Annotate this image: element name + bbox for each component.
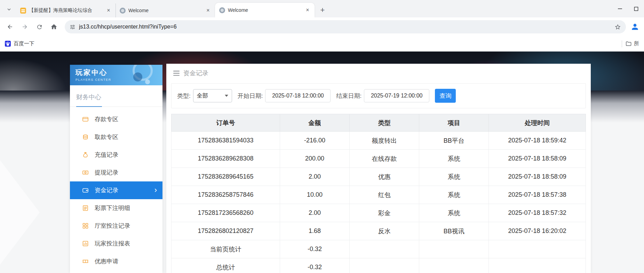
minimize-button[interactable] [613, 3, 627, 15]
lottery-list-icon [82, 205, 89, 212]
main-panel: 资金记录 类型: 全部 开始日期: 结束日期: 查询 订单号金额类型项目处理时间… [166, 64, 591, 273]
type-select-value: 全部 [197, 92, 208, 100]
browser-tab[interactable]: Welcome× [215, 3, 315, 17]
table-cell: 2.00 [280, 168, 350, 186]
table-cell: -216.00 [280, 132, 350, 150]
table-cell: 彩金 [350, 204, 419, 222]
table-cell: 1752836289628308 [172, 150, 280, 168]
table-cell: 在线存款 [350, 150, 419, 168]
sidebar-item[interactable]: 取款专区 [70, 128, 162, 146]
start-date-label: 开始日期: [238, 92, 263, 100]
maximize-icon [634, 7, 638, 10]
reload-icon [36, 24, 43, 30]
profile-avatar[interactable] [629, 21, 641, 32]
sidebar-item-label: 资金记录 [95, 186, 118, 194]
url-text[interactable]: js13.cc/hhcp/usercenter.html?iniType=6 [79, 24, 611, 30]
bookmark-label: 百度一下 [14, 40, 34, 47]
sidebar-item-label: 充值记录 [95, 151, 118, 159]
table-cell [489, 240, 586, 258]
new-tab-button[interactable]: + [317, 4, 328, 16]
table-cell: 系统 [419, 186, 489, 204]
tab-close-icon[interactable]: × [304, 7, 311, 14]
reload-button[interactable] [33, 20, 46, 33]
table-cell: 2025-07-18 16:20:02 [489, 222, 586, 240]
browser-tab[interactable]: Welcome× [116, 3, 215, 17]
tab-close-icon[interactable]: × [105, 7, 112, 14]
start-date-input[interactable] [265, 89, 331, 102]
type-select[interactable]: 全部 [193, 89, 232, 102]
bookmark-star-icon[interactable] [614, 24, 621, 30]
table-cell: 系统 [419, 150, 489, 168]
table-header-cell: 金额 [280, 114, 350, 132]
finance-section-title: 财务中心 [70, 90, 162, 107]
table-cell: 1752817236568260 [172, 204, 280, 222]
table-cell [350, 258, 419, 273]
home-button[interactable] [47, 20, 61, 33]
table-row: 175283625875784610.00红包系统2025-07-18 18:5… [172, 186, 586, 204]
table-cell: 1.68 [280, 222, 350, 240]
maximize-button[interactable] [629, 3, 643, 15]
window-controls [613, 0, 643, 17]
bookmark-baidu[interactable]: 百度一下 [5, 40, 34, 47]
select-chevron-icon [225, 95, 228, 97]
table-cell: BB视讯 [419, 222, 489, 240]
table-row: 1752836289628308200.00在线存款系统2025-07-18 1… [172, 150, 586, 168]
sidebar-item[interactable]: 玩家投注报表 [70, 235, 162, 252]
back-button[interactable] [3, 20, 17, 33]
table-cell: 当前页统计 [172, 240, 280, 258]
table-cell: 红包 [350, 186, 419, 204]
person-icon [630, 22, 639, 31]
sidebar-item-label: 优惠申请 [95, 257, 118, 265]
sidebar-item[interactable]: 存款专区 [70, 110, 162, 128]
table-cell: 总统计 [172, 258, 280, 273]
table-cell: 2025-07-18 18:57:38 [489, 186, 586, 204]
table-cell: 2025-07-18 18:58:09 [489, 168, 586, 186]
tab-title: Welcome [128, 8, 202, 13]
hall-grid-icon [82, 223, 89, 229]
forward-icon [21, 23, 28, 30]
sidebar-item[interactable]: 彩票下注明细 [70, 199, 162, 217]
forum-favicon [20, 8, 26, 14]
table-header-cell: 处理时间 [489, 114, 586, 132]
sidebar-item[interactable]: 厅室投注记录 [70, 217, 162, 235]
table-cell: 2025-07-18 18:58:09 [489, 150, 586, 168]
deposit-card-icon [82, 116, 89, 123]
site-favicon [120, 8, 126, 14]
sidebar-item-label: 存款专区 [95, 115, 118, 123]
table-cell: 10.00 [280, 186, 350, 204]
end-date-input[interactable] [364, 89, 429, 102]
tab-search-button[interactable] [2, 3, 16, 17]
sidebar-item[interactable]: 提现记录 [70, 164, 162, 181]
tab-strip: 【新提醒】海燕策略论坛综合×Welcome×Welcome× + [0, 0, 644, 17]
forward-button[interactable] [18, 20, 31, 33]
funds-wallet-icon [82, 187, 89, 194]
table-row: 17528362896451652.00优惠系统2025-07-18 18:58… [172, 168, 586, 186]
tab-title: Welcome [228, 7, 301, 13]
table-row: 当前页统计-0.32 [172, 240, 586, 258]
players-center-title: 玩家中心 [75, 68, 157, 77]
sidebar-item[interactable]: 资金记录› [70, 181, 162, 199]
table-row: 1752836381594033-216.00额度转出BB平台2025-07-1… [172, 132, 586, 150]
all-bookmarks-button[interactable]: 所有书签 [625, 40, 639, 47]
site-info-icon[interactable] [70, 24, 75, 30]
table-row: 总统计-0.32 [172, 258, 586, 273]
search-button[interactable]: 查询 [435, 89, 456, 103]
tab-list: 【新提醒】海燕策略论坛综合×Welcome×Welcome× [16, 0, 315, 17]
sidebar-item[interactable]: 充值记录 [70, 146, 162, 164]
table-cell: -0.32 [280, 258, 350, 273]
omnibox[interactable]: js13.cc/hhcp/usercenter.html?iniType=6 [65, 20, 626, 33]
table-header-cell: 订单号 [172, 114, 280, 132]
page-title: 资金记录 [183, 69, 208, 77]
sidebar-item[interactable]: 优惠申请 [70, 252, 162, 270]
table-cell: -0.32 [280, 240, 350, 258]
table-cell: 1752826802120827 [172, 222, 280, 240]
page-title-bar: 资金记录 [166, 64, 591, 83]
sidebar: 玩家中心 PLAYERS CENTER 财务中心 存款专区取款专区充值记录提现记… [70, 65, 162, 273]
sidebar-menu: 存款专区取款专区充值记录提现记录资金记录›彩票下注明细厅室投注记录玩家投注报表优… [70, 107, 162, 270]
browser-tab[interactable]: 【新提醒】海燕策略论坛综合× [16, 3, 116, 17]
tab-close-icon[interactable]: × [205, 7, 212, 14]
recharge-moneybag-icon [82, 151, 89, 158]
folder-icon [625, 40, 632, 47]
table-cell [489, 258, 586, 273]
table-cell: 1752836289645165 [172, 168, 280, 186]
